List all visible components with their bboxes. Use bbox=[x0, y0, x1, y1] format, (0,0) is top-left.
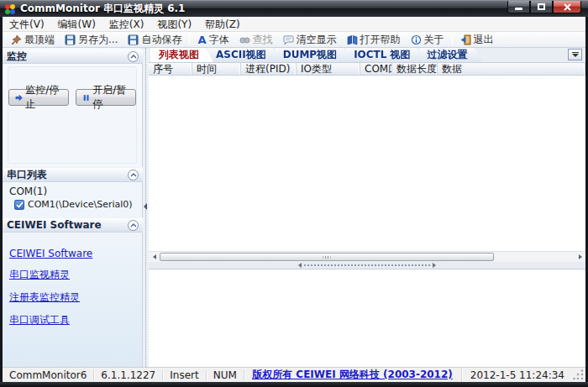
sidebar: 监控 监控/停止 bbox=[3, 48, 143, 367]
font-button[interactable]: A 字体 bbox=[192, 32, 234, 48]
port-list-item[interactable]: COM1(\Device\Serial0) bbox=[3, 199, 143, 210]
autosave-button[interactable]: 自动保存 bbox=[123, 32, 186, 48]
port-panel-title: 串口列表 bbox=[7, 168, 47, 182]
window-title: CommMonitor 串口监视精灵 6.1 bbox=[20, 2, 185, 16]
about-button[interactable]: 关于 bbox=[406, 32, 449, 48]
link-serial-debug-tool[interactable]: 串口调试工具 bbox=[9, 313, 92, 327]
autosave-icon bbox=[128, 34, 139, 45]
tab-dump-view[interactable]: DUMP视图 bbox=[275, 48, 351, 62]
menu-file[interactable]: 文件(V) bbox=[3, 17, 51, 32]
exit-button[interactable]: 退出 bbox=[455, 32, 499, 48]
tab-filter-settings[interactable]: 过滤设置 bbox=[419, 48, 482, 62]
resize-grip[interactable] bbox=[573, 369, 585, 381]
arrow-right-icon bbox=[579, 254, 582, 259]
find-button: 查找 bbox=[234, 32, 278, 48]
column-header-data[interactable]: 数据 bbox=[438, 63, 585, 75]
menu-monitor[interactable]: 监控(X) bbox=[102, 17, 151, 32]
column-header-time[interactable]: 时间 bbox=[192, 63, 241, 75]
pin-icon bbox=[11, 34, 22, 45]
app-logo-icon bbox=[4, 3, 16, 15]
find-label: 查找 bbox=[253, 33, 273, 47]
monitor-panel-body: 监控/停止 开启/暂停 bbox=[8, 66, 137, 164]
menu-view[interactable]: 视图(Y) bbox=[150, 17, 198, 32]
maximize-button[interactable] bbox=[530, 1, 553, 13]
start-pause-button[interactable]: 开启/暂停 bbox=[76, 89, 136, 106]
table-header: 序号 时间 进程(PID) IO类型 COM口 数据长度 数据 bbox=[149, 62, 585, 76]
column-header-process[interactable]: 进程(PID) bbox=[241, 63, 297, 75]
menu-edit[interactable]: 编辑(W) bbox=[51, 17, 102, 32]
scroll-left-button[interactable] bbox=[149, 252, 160, 262]
status-bar: CommMonitor6 6.1.1.1227 Insert NUM 版权所有 … bbox=[3, 367, 585, 382]
app-window: CommMonitor 串口监视精灵 6.1 文件(V) 编辑(W) 监控(X)… bbox=[0, 0, 588, 387]
chevron-up-icon bbox=[130, 55, 137, 59]
status-num-lock: NUM bbox=[207, 369, 244, 381]
help-book-icon bbox=[347, 34, 358, 45]
splitter-arrow-left-icon bbox=[298, 263, 302, 268]
column-header-io-type[interactable]: IO类型 bbox=[297, 63, 360, 75]
link-registry-monitor[interactable]: 注册表监控精灵 bbox=[9, 290, 92, 305]
window-controls bbox=[507, 1, 581, 13]
close-icon bbox=[564, 3, 571, 11]
window-frame-bottom bbox=[0, 382, 588, 387]
title-bar[interactable]: CommMonitor 串口监视精灵 6.1 bbox=[0, 0, 588, 17]
autosave-label: 自动保存 bbox=[141, 33, 181, 47]
start-stop-icon bbox=[15, 93, 23, 102]
tab-overflow-button[interactable] bbox=[568, 49, 582, 60]
horizontal-scrollbar[interactable] bbox=[149, 251, 585, 262]
links-panel-body: CEIWEI Software 串口监视精灵 注册表监控精灵 串口调试工具 bbox=[9, 248, 92, 327]
minimize-button[interactable] bbox=[507, 1, 530, 13]
column-header-data-length[interactable]: 数据长度 bbox=[392, 63, 438, 75]
maximize-icon bbox=[538, 3, 545, 10]
monitor-list-area[interactable] bbox=[149, 76, 585, 251]
chevron-up-icon bbox=[130, 173, 137, 177]
start-pause-label: 开启/暂停 bbox=[92, 83, 129, 112]
menu-help[interactable]: 帮助(Z) bbox=[198, 17, 247, 32]
toolbar: 最顶端 另存为... 自动保存 A 字体 bbox=[3, 32, 585, 48]
links-collapse-button[interactable] bbox=[128, 220, 139, 231]
open-help-button[interactable]: 打开帮助 bbox=[342, 32, 406, 48]
copyright-link[interactable]: 版权所有 CEIWEI 网络科技 (2003-2012) bbox=[252, 369, 453, 380]
view-tabs: 列表视图 ASCII视图 DUMP视图 IOCTL 视图 过滤设置 bbox=[149, 48, 585, 62]
monitor-stop-button[interactable]: 监控/停止 bbox=[8, 89, 69, 106]
com-port-label: COM1(\Device\Serial0) bbox=[28, 199, 133, 210]
arrow-left-icon bbox=[153, 254, 156, 259]
exit-label: 退出 bbox=[474, 33, 494, 47]
column-header-com-port[interactable]: COM口 bbox=[360, 63, 392, 75]
tab-ascii-view[interactable]: ASCII视图 bbox=[207, 48, 281, 62]
port-panel-body: COM(1) COM1(\Device\Serial0) bbox=[3, 183, 143, 210]
save-as-button[interactable]: 另存为... bbox=[60, 32, 123, 48]
splitter-arrow-right-icon bbox=[433, 263, 436, 268]
links-panel-header: CEIWEI Software bbox=[3, 217, 143, 233]
horizontal-splitter[interactable] bbox=[149, 262, 585, 269]
tab-overflow-icon bbox=[572, 52, 579, 53]
main-view: 列表视图 ASCII视图 DUMP视图 IOCTL 视图 过滤设置 序号 时间 … bbox=[149, 48, 585, 367]
link-serial-monitor[interactable]: 串口监视精灵 bbox=[9, 268, 92, 282]
link-ceiwei-software[interactable]: CEIWEI Software bbox=[9, 248, 92, 259]
scroll-right-button[interactable] bbox=[575, 252, 585, 262]
find-icon bbox=[239, 34, 250, 45]
tab-ioctl-view[interactable]: IOCTL 视图 bbox=[345, 48, 424, 62]
monitor-panel-header: 监控 bbox=[3, 49, 143, 64]
detail-panel[interactable] bbox=[149, 269, 585, 367]
about-label: 关于 bbox=[424, 33, 444, 47]
sidebar-splitter[interactable] bbox=[143, 48, 149, 367]
chevron-down-icon bbox=[572, 54, 579, 57]
clear-display-button[interactable]: 清空显示 bbox=[278, 32, 342, 48]
clear-display-label: 清空显示 bbox=[297, 33, 337, 47]
close-button[interactable] bbox=[553, 1, 581, 13]
topmost-button[interactable]: 最顶端 bbox=[6, 32, 60, 48]
toolbar-separator bbox=[452, 34, 453, 45]
port-collapse-button[interactable] bbox=[128, 170, 139, 180]
pause-icon bbox=[82, 93, 90, 102]
scrollbar-grip bbox=[323, 256, 331, 259]
com-port-checkbox[interactable] bbox=[14, 200, 24, 210]
scrollbar-thumb[interactable] bbox=[160, 253, 494, 261]
column-header-index[interactable]: 序号 bbox=[149, 63, 192, 75]
minimize-icon bbox=[515, 8, 522, 10]
open-help-label: 打开帮助 bbox=[360, 33, 401, 47]
tab-list-view[interactable]: 列表视图 bbox=[150, 48, 213, 62]
port-group-label: COM(1) bbox=[3, 183, 143, 199]
links-panel-title: CEIWEI Software bbox=[7, 219, 102, 231]
monitor-collapse-button[interactable] bbox=[128, 51, 139, 62]
check-icon bbox=[16, 201, 24, 208]
